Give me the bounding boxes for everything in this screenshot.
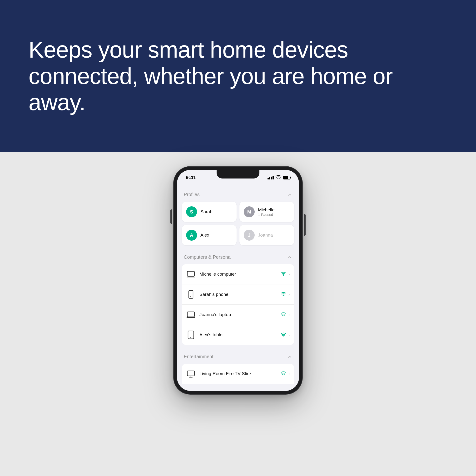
svg-point-5 xyxy=(283,295,284,296)
hero-text: Keeps your smart home devices connected,… xyxy=(29,37,447,116)
device-name-michelle-computer: Michelle computer xyxy=(200,272,277,277)
svg-rect-11 xyxy=(187,371,194,376)
device-name-fire-tv-stick: Living Room Fire TV Stick xyxy=(200,371,277,376)
computers-collapse-icon[interactable] xyxy=(287,255,292,260)
notch xyxy=(217,170,259,178)
computers-section-header: Computers & Personal xyxy=(177,248,299,264)
tv-icon xyxy=(186,369,196,378)
profile-name-sarah: Sarah xyxy=(200,209,213,214)
device-item-sarahs-phone[interactable]: Sarah's phone › xyxy=(182,284,294,305)
phone-frame: 9:41 xyxy=(174,167,302,394)
profile-name-joanna: Joanna xyxy=(258,233,273,238)
battery-fill xyxy=(284,176,288,179)
entertainment-section-header: Entertainment xyxy=(177,347,299,364)
status-time: 9:41 xyxy=(186,174,196,181)
avatar-joanna: J xyxy=(244,230,255,241)
chevron-right-icon: › xyxy=(289,272,290,277)
phone-icon xyxy=(186,290,196,299)
signal-bars-icon xyxy=(268,176,274,179)
svg-rect-6 xyxy=(187,312,194,317)
avatar-michelle: M xyxy=(244,206,255,217)
tablet-icon xyxy=(186,330,196,340)
wifi-connected-icon-4 xyxy=(281,332,286,338)
svg-point-7 xyxy=(283,316,284,316)
avatar-alex: A xyxy=(186,230,197,241)
chevron-right-icon-4: › xyxy=(289,333,290,338)
entertainment-collapse-icon[interactable] xyxy=(287,354,292,359)
device-status-fire-tv: › xyxy=(281,371,290,377)
app-content: Profiles S Sarah xyxy=(177,185,299,391)
profile-card-michelle[interactable]: M Michelle 1 Paused xyxy=(239,202,294,222)
profile-card-joanna[interactable]: J Joanna xyxy=(239,225,294,245)
profile-subtitle-michelle: 1 Paused xyxy=(258,213,275,217)
svg-point-2 xyxy=(283,275,284,276)
profile-name-alex: Alex xyxy=(200,233,209,238)
computers-devices-list: Michelle computer › xyxy=(177,264,299,347)
device-status-michelle-computer: › xyxy=(281,271,290,277)
avatar-sarah: S xyxy=(186,206,197,217)
wifi-connected-icon-2 xyxy=(281,291,286,298)
profiles-grid: S Sarah M Michelle 1 Paused xyxy=(177,202,299,248)
svg-point-0 xyxy=(278,178,279,179)
entertainment-section-title: Entertainment xyxy=(184,354,214,359)
device-name-sarahs-phone: Sarah's phone xyxy=(200,292,277,297)
profiles-section-title: Profiles xyxy=(184,192,200,197)
svg-point-10 xyxy=(283,336,284,337)
laptop-icon xyxy=(186,270,196,279)
device-item-fire-tv-stick[interactable]: Living Room Fire TV Stick › xyxy=(182,364,294,384)
wifi-connected-icon-3 xyxy=(281,311,286,318)
chevron-right-icon-5: › xyxy=(289,371,290,376)
wifi-status-icon xyxy=(276,175,281,180)
device-status-sarahs-phone: › xyxy=(281,291,290,298)
status-icons xyxy=(268,175,290,180)
computers-section-title: Computers & Personal xyxy=(184,255,232,260)
wifi-connected-icon xyxy=(281,271,286,277)
laptop-icon-2 xyxy=(186,310,196,319)
device-item-joannas-laptop[interactable]: Joanna's laptop › xyxy=(182,305,294,325)
hero-banner: Keeps your smart home devices connected,… xyxy=(0,0,476,152)
profiles-collapse-icon[interactable] xyxy=(287,192,292,197)
device-item-alexs-tablet[interactable]: Alex's tablet › xyxy=(182,325,294,345)
svg-rect-1 xyxy=(187,271,194,276)
device-status-alexs-tablet: › xyxy=(281,332,290,338)
device-status-joannas-laptop: › xyxy=(281,311,290,318)
status-bar: 9:41 xyxy=(177,170,299,185)
lower-section: 9:41 xyxy=(0,152,476,476)
svg-point-14 xyxy=(283,374,284,375)
wifi-connected-icon-5 xyxy=(281,371,286,377)
profile-card-sarah[interactable]: S Sarah xyxy=(182,202,237,222)
chevron-right-icon-2: › xyxy=(289,292,290,297)
profile-card-alex[interactable]: A Alex xyxy=(182,225,237,245)
chevron-right-icon-3: › xyxy=(289,312,290,317)
device-name-alexs-tablet: Alex's tablet xyxy=(200,332,277,338)
device-item-michelle-computer[interactable]: Michelle computer › xyxy=(182,264,294,284)
device-name-joannas-laptop: Joanna's laptop xyxy=(200,312,277,317)
profile-name-michelle: Michelle xyxy=(258,207,275,213)
profiles-section-header: Profiles xyxy=(177,185,299,202)
phone-screen: 9:41 xyxy=(177,170,299,391)
battery-icon xyxy=(283,176,290,179)
